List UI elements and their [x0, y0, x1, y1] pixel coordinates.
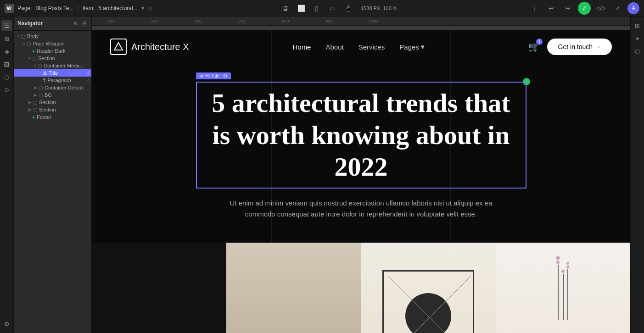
hero-subtitle: Ut enim ad minim veniam quis nostrud exe… — [224, 198, 499, 220]
top-bar: W Page: Blog Posts Te... | Item: 5 archi… — [0, 0, 644, 17]
cart-icon-wrap[interactable]: 🛒 3 — [528, 41, 540, 52]
gear-icon[interactable]: ⚙ — [223, 73, 227, 78]
gallery-item-art — [361, 243, 496, 333]
navigator-title: Navigator — [17, 20, 43, 27]
tablet-portrait-btn[interactable]: ▯ — [310, 3, 323, 14]
navigator-close-btn[interactable]: ✕ — [72, 19, 78, 28]
tree-item-section-1[interactable]: ▾ ▢ Section — [14, 55, 91, 62]
tree-item-header-dark[interactable]: ▾ ● Header Dark — [14, 47, 91, 55]
logic-icon[interactable]: ⬡ — [1, 72, 12, 83]
tree-item-section-3[interactable]: ▶ ▢ Section — [14, 106, 91, 113]
art-lines-svg — [384, 272, 473, 333]
separator: | — [78, 5, 79, 11]
tree-item-container-default[interactable]: ▶ ▢ Container Default — [14, 84, 91, 91]
tree-arrow: ▶ — [28, 107, 32, 112]
user-avatar[interactable]: A — [627, 2, 639, 14]
tree-item-body[interactable]: ▾ ▢ Body — [14, 33, 91, 40]
main-area: ☰ ⊞ ◈ 🖼 ⬡ ⊙ ⚙ Navigator ✕ ⊞ ▾ ▢ Body ▾ — [0, 17, 644, 333]
tree-item-section-2[interactable]: ▶ ▢ Section — [14, 99, 91, 106]
right-icon-interact[interactable]: ⬡ — [632, 46, 643, 57]
tree-label-section-2: Section — [39, 100, 56, 105]
navigator-panel: Navigator ✕ ⊞ ▾ ▢ Body ▾ ▢ Page Wrapper … — [14, 17, 92, 333]
top-bar-right: ⋮ ↩ ↪ ✓ </> ↗ A — [528, 2, 639, 15]
canvas-size-display: 1580 PX 100 % — [357, 6, 401, 11]
page-name: Blog Posts Te... — [35, 5, 73, 11]
pages-icon[interactable]: ⊞ — [1, 33, 12, 44]
tree-icon-title: H — [43, 71, 47, 76]
navigator-expand-btn[interactable]: ⊞ — [81, 19, 88, 28]
webflow-logo: W — [5, 4, 14, 13]
mobile-landscape-btn[interactable]: ▭ — [326, 3, 339, 14]
nav-link-about[interactable]: About — [325, 43, 343, 51]
navigator-header-icons: ✕ ⊞ — [72, 19, 88, 28]
right-icon-style[interactable]: ✦ — [632, 33, 643, 44]
tree-icon-section-3: ▢ — [33, 107, 37, 112]
nav-link-home[interactable]: Home — [292, 43, 311, 51]
mobile-portrait-btn[interactable]: 📱 — [342, 3, 354, 14]
tree-arrow: ▶ — [34, 85, 37, 90]
nav-link-services[interactable]: Services — [358, 43, 385, 51]
tree-arrow: ▾ — [17, 34, 20, 39]
settings-icon[interactable]: ⚙ — [1, 318, 12, 329]
assets-icon[interactable]: 🖼 — [1, 59, 12, 70]
plant-cluster — [556, 256, 569, 320]
tree-label-header-dark: Header Dark — [37, 48, 65, 54]
tree-item-title[interactable]: ▾ H Title 4 — [14, 69, 91, 77]
code-btn[interactable]: </> — [594, 3, 607, 14]
tree-icon-bg: ▢ — [39, 93, 43, 98]
tree-item-footer[interactable]: ▾ ● Footer — [14, 113, 91, 121]
site-logo-icon — [110, 39, 127, 55]
right-icon-layout[interactable]: ⊞ — [632, 20, 643, 31]
gallery-plants-bg — [496, 243, 630, 333]
tree-icon-footer: ● — [32, 115, 35, 120]
cms-icon[interactable]: ◈ — [1, 46, 12, 57]
more-options-btn[interactable]: ⋮ — [528, 3, 541, 14]
tablet-landscape-btn[interactable]: ⬜ — [295, 3, 308, 14]
gallery-item-beige — [226, 243, 361, 333]
tree-item-page-wrapper[interactable]: ▾ ▢ Page Wrapper — [14, 40, 91, 47]
item-dropdown-icon[interactable]: ▾ — [141, 5, 144, 11]
title-tag: Hi Hi Title ⚙ — [196, 72, 231, 79]
site-nav-links: Home About Services Pages ▾ — [292, 43, 424, 51]
chevron-down-icon: ▾ — [421, 43, 425, 51]
flower-2 — [556, 261, 560, 264]
svg-line-2 — [388, 276, 471, 333]
site-nav-right: 🛒 3 Get in touch → — [528, 39, 612, 55]
publish-btn[interactable]: ✓ — [578, 2, 591, 15]
tree-item-bg[interactable]: ▶ ▢ BG — [14, 91, 91, 99]
tree-icon-container-default: ▢ — [39, 85, 43, 90]
tree-label-title: Title — [49, 70, 58, 76]
export-btn[interactable]: ↗ — [611, 3, 624, 14]
item-name: 5 architectural... — [98, 5, 137, 11]
website-preview: Architecture X Home About Services Pages… — [92, 30, 630, 333]
tree-item-paragraph[interactable]: ▾ ¶ Paragraph 4 — [14, 77, 91, 84]
svg-line-1 — [388, 276, 471, 333]
tree-icon-page-wrapper: ▢ — [27, 41, 31, 46]
tree-arrow: ▶ — [28, 100, 32, 105]
redo-btn[interactable]: ↪ — [561, 3, 574, 14]
apps-icon[interactable]: ⊙ — [1, 84, 12, 95]
tree-arrow: ▾ — [34, 63, 36, 68]
nav-pages-dropdown[interactable]: Pages ▾ — [399, 43, 425, 51]
navigator-icon[interactable]: ☰ — [1, 20, 12, 31]
tree-icon-header-dark: ● — [32, 49, 35, 54]
tree-item-container-medium[interactable]: ▾ ▢ Container Medium 94 — [14, 62, 91, 69]
site-navbar: Architecture X Home About Services Pages… — [92, 30, 630, 63]
top-bar-left: W Page: Blog Posts Te... | Item: 5 archi… — [5, 4, 152, 13]
stem-line-2 — [563, 274, 564, 320]
get-in-touch-btn[interactable]: Get in touch → — [547, 39, 612, 55]
item-label: Item: — [83, 5, 95, 11]
undo-btn[interactable]: ↩ — [545, 3, 558, 14]
tree-label-section-3: Section — [39, 107, 56, 112]
tree-icon-container-medium: ▢ — [38, 63, 42, 68]
tree-label-section-1: Section — [38, 56, 55, 61]
site-hero: Hi Hi Title ⚙ + 5 architectural trends t… — [92, 63, 630, 229]
desktop-device-btn[interactable]: 🖥 — [279, 3, 292, 14]
navigator-tree: ▾ ▢ Body ▾ ▢ Page Wrapper ▾ ● Header Dar… — [14, 31, 91, 333]
tree-num-title: 4 — [87, 71, 90, 76]
navigator-header: Navigator ✕ ⊞ — [14, 17, 91, 31]
title-selection-box[interactable]: 5 architectural trends that is worth kno… — [196, 82, 526, 189]
tree-label-footer: Footer — [37, 114, 51, 120]
stem-line-1 — [558, 265, 559, 320]
preview-content: Architecture X Home About Services Pages… — [92, 30, 630, 333]
